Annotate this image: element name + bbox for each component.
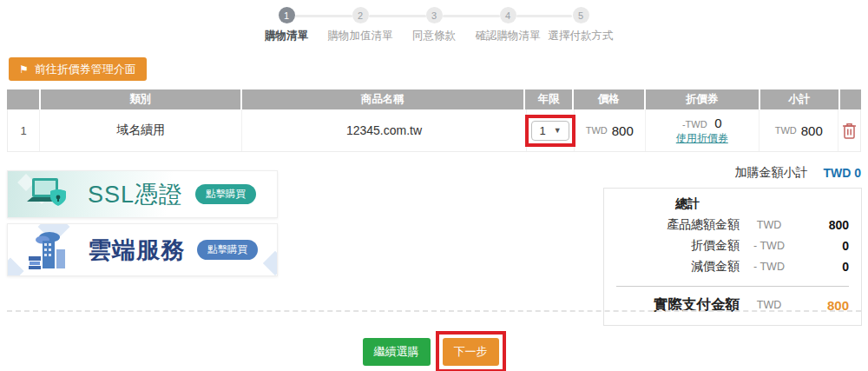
ssl-promo-banner[interactable]: SSL憑證 點擊購買 [7,170,278,218]
header-coupon: 折價券 [646,89,760,109]
step-5-payment: 5 選擇付款方式 [524,7,637,43]
addon-subtotal-label: 加購金額小計 [734,165,807,181]
checkout-stepper: 1 購物清單 2 購物加值清單 3 同意條款 4 確認購物清單 5 選擇付款方式 [0,7,868,45]
footer-actions: 繼續選購 下一步 [0,331,868,371]
subtotal-currency: TWD [775,125,797,136]
summary-total-currency: TWD [740,299,799,311]
coupon-value: 0 [714,116,721,130]
step-1-circle: 1 [279,7,295,23]
summary-row-value: 0 [799,239,849,253]
row-price-cell: TWD 800 [575,109,646,151]
row-coupon-cell: -TWD 0 使用折價券 [646,109,760,151]
summary-row-value: 0 [799,260,849,274]
next-step-button[interactable]: 下一步 [443,338,499,366]
years-dropdown-value: 1 [539,124,545,137]
summary-title: 總計 [616,196,740,212]
addon-subtotal-value: TWD 0 [823,166,861,180]
step-5-circle: 5 [573,7,589,23]
row-subtotal-cell: TWD 800 [760,109,838,151]
summary-divider [616,286,849,287]
summary-row-label: 折價金額 [616,238,740,254]
step-3-label: 同意條款 [412,29,456,43]
summary-row-label: 產品總額金額 [616,217,740,233]
chevron-down-icon: ▼ [554,126,562,135]
cloud-buy-button[interactable]: 點擊購買 [197,240,258,260]
price-currency: TWD [586,125,608,136]
use-coupon-link[interactable]: 使用折價券 [676,131,728,146]
header-price: 價格 [574,89,646,109]
header-years: 年限 [525,89,574,109]
laptop-shield-illustration [8,176,88,214]
summary-row-label: 減價金額 [616,259,740,275]
annotation-box-year-dropdown: 1 ▼ [525,115,575,147]
price-value: 800 [612,123,634,138]
cloud-server-illustration [8,229,88,272]
trash-icon [841,122,858,140]
cart-table: 類別 商品名稱 年限 價格 折價券 小計 1 域名續用 12345.com.tw… [7,89,861,152]
header-subtotal: 小計 [760,89,840,109]
table-row: 1 域名續用 12345.com.tw 1 ▼ TWD 800 -TWD 0 [7,109,861,152]
row-category: 域名續用 [40,109,242,151]
summary-row-currency: - TWD [740,261,799,273]
summary-row-value: 800 [799,218,849,232]
step-5-label: 選擇付款方式 [549,29,614,43]
header-category: 類別 [41,89,242,109]
summary-row-currency: TWD [740,219,799,231]
step-1-label: 購物清單 [265,29,308,43]
step-2-circle: 2 [352,7,369,23]
row-actions-cell [838,109,860,151]
coupon-currency: -TWD [682,119,707,129]
row-years-cell: 1 ▼ [527,109,575,151]
ssl-buy-button[interactable]: 點擊購買 [195,184,256,204]
coupon-manager-button-label: 前往折價券管理介面 [35,62,136,77]
cloud-promo-banner[interactable]: 雲端服務 點擊購買 [7,223,278,276]
header-product-name: 商品名稱 [242,89,525,109]
step-4-circle: 4 [500,7,516,23]
subtotal-value: 800 [801,123,823,138]
cloud-banner-title: 雲端服務 [88,235,185,266]
summary-row-currency: - TWD [740,240,799,252]
continue-shopping-button[interactable]: 繼續選購 [363,338,431,366]
addon-subtotal: 加購金額小計 TWD 0 [734,165,861,181]
coupon-manager-button[interactable]: ⚑ 前往折價券管理介面 [9,57,147,81]
cart-table-header: 類別 商品名稱 年限 價格 折價券 小計 [7,89,861,109]
annotation-box-next-button: 下一步 [436,331,506,371]
banner-decoration [263,251,278,275]
years-dropdown[interactable]: 1 ▼ [531,121,569,141]
row-index: 1 [8,109,40,151]
coupon-amount: -TWD 0 [682,116,722,130]
row-product-name: 12345.com.tw [242,109,527,151]
ssl-banner-title: SSL憑證 [88,179,183,210]
dashed-divider [7,310,861,312]
header-actions [840,89,861,109]
flag-icon: ⚑ [19,63,29,76]
header-index [7,89,41,109]
order-summary-box: 總計 產品總額金額 TWD 800 折價金額 - TWD 0 減價金額 - TW… [603,188,862,326]
step-3-circle: 3 [426,7,443,23]
delete-item-button[interactable] [841,122,858,140]
